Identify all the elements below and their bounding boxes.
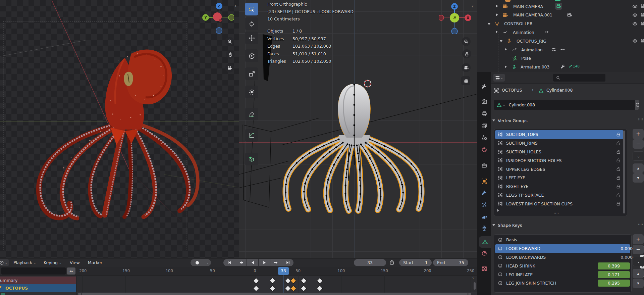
vertex-group-move-up-button[interactable]: ▲: [633, 163, 644, 173]
tab-world[interactable]: [477, 144, 491, 155]
vertex-group-row[interactable]: INSIDEOF SUCTION HOLES: [495, 156, 624, 165]
playhead-line[interactable]: [283, 275, 283, 293]
tab-object-data[interactable]: [479, 236, 491, 248]
shape-keys-panel-header[interactable]: Shape Keys: [492, 222, 522, 228]
editor-type-button[interactable]: ⌄: [0, 259, 9, 266]
viewport-render[interactable]: Z Y ‹: [0, 0, 239, 258]
next-keyframe-button[interactable]: [270, 259, 282, 266]
list-expand-icon[interactable]: [497, 209, 501, 212]
tab-particles[interactable]: [477, 199, 491, 210]
editor-type-button[interactable]: ⌄: [493, 74, 505, 82]
channel-octopus[interactable]: OCTOPUS: [0, 284, 76, 292]
tab-texture[interactable]: [477, 263, 491, 275]
expand-arrow-icon[interactable]: [496, 31, 498, 33]
timeline-key-area[interactable]: SummaryOCTOPUS: [0, 276, 477, 295]
list-resize-grip[interactable]: :::: ::::: [554, 212, 559, 215]
shape-key-row[interactable]: Basis: [495, 236, 630, 244]
grid-icon[interactable]: [461, 76, 470, 85]
shape-key-row[interactable]: LOOK FORWARD0.000: [495, 244, 630, 253]
shape-key-value[interactable]: 0.000: [596, 255, 633, 260]
shape-key-name[interactable]: LOOK FORWARD: [506, 246, 540, 251]
fit-range-button[interactable]: ↔: [67, 267, 75, 275]
vertex-group-name[interactable]: SUCTION_RIMS: [506, 141, 538, 146]
jump-end-button[interactable]: [282, 259, 293, 266]
channel-search-input[interactable]: [1, 267, 66, 275]
vertex-group-row[interactable]: RIGHT EYE: [495, 182, 624, 191]
collapse-icon[interactable]: ‹: [472, 275, 474, 280]
collapse-arrow-icon[interactable]: [488, 23, 490, 25]
gizmo-neg-y-axis[interactable]: [228, 14, 234, 20]
vertex-group-specials-dropdown[interactable]: ⌄: [633, 151, 644, 161]
vertex-group-row[interactable]: SUCTION_HOLES: [495, 148, 624, 156]
camera-view-icon[interactable]: [225, 63, 234, 72]
tab-render[interactable]: [477, 96, 491, 107]
shape-key-move-up-button[interactable]: ▲: [633, 269, 644, 278]
vertex-group-row[interactable]: LEFT EYE: [495, 174, 624, 182]
breadcrumb-data[interactable]: Cylinder.008: [546, 88, 573, 93]
breadcrumb-object[interactable]: OCTOPUS: [502, 88, 522, 93]
scale-tool[interactable]: [245, 67, 258, 80]
lock-open-icon[interactable]: [616, 175, 621, 180]
lock-open-icon[interactable]: [616, 184, 621, 189]
shape-key-row[interactable]: LOOK BACKWARDS0.000: [495, 253, 630, 262]
keyframe-diamond[interactable]: [301, 278, 307, 284]
shape-key-value[interactable]: 0.000: [596, 246, 633, 251]
horizontal-scrollbar[interactable]: [78, 293, 471, 295]
outliner-row-pose[interactable]: Pose: [477, 54, 644, 63]
frame-start-field[interactable]: Start 1: [399, 259, 432, 266]
lock-open-icon[interactable]: [616, 193, 621, 198]
shape-key-row[interactable]: LEG INFLATE0.171: [495, 270, 630, 279]
render-visibility-icon[interactable]: [640, 38, 644, 43]
transform-tool[interactable]: [245, 86, 258, 98]
tab-modifiers[interactable]: [477, 188, 491, 199]
sidebar-collapse-icon[interactable]: ‹: [234, 3, 236, 9]
rotate-tool[interactable]: [245, 49, 258, 62]
timeline-ruler[interactable]: ↔ -200-150-100-50050100150200250 33: [0, 267, 477, 276]
move-tool[interactable]: [245, 32, 258, 44]
tab-output[interactable]: [477, 108, 491, 119]
outliner-row-octopus-rig[interactable]: OCTOPUS_RIG: [477, 37, 644, 45]
vertical-scrollbar[interactable]: [474, 282, 476, 290]
eye-icon[interactable]: [632, 38, 638, 44]
tab-material[interactable]: [477, 248, 491, 259]
tab-view-layer[interactable]: [477, 120, 491, 132]
vertex-group-remove-button[interactable]: −: [633, 139, 644, 149]
frame-end-field[interactable]: End 75: [433, 259, 468, 266]
shape-key-row[interactable]: HEAD SHRINK0.399: [495, 261, 630, 270]
shape-key-name[interactable]: HEAD SHRINK: [506, 263, 535, 268]
shape-key-move-down-button[interactable]: ▼: [633, 279, 644, 288]
vertex-group-row[interactable]: LOWEST RIM OF SUCTION CUPS: [495, 199, 624, 208]
outliner-item-label[interactable]: Pose: [521, 56, 531, 61]
vertex-group-name[interactable]: SUCTION_HOLES: [506, 149, 541, 154]
outliner-item-label[interactable]: MAIN CAMERA.001: [513, 12, 552, 17]
keyframe-diamond[interactable]: [269, 285, 275, 291]
eye-icon[interactable]: [632, 4, 638, 9]
outliner-item-label[interactable]: CONTROLLER: [504, 21, 533, 26]
keyframe-diamond[interactable]: [269, 278, 275, 284]
outliner-item-label[interactable]: Armature.003: [521, 64, 550, 69]
keyframe-diamond[interactable]: [301, 285, 307, 291]
gizmo-neg-x-axis[interactable]: [439, 15, 444, 20]
outliner-row-controller[interactable]: CONTROLLER: [477, 19, 644, 28]
vertex-group-row[interactable]: SUCTION_RIMS: [495, 139, 624, 148]
measure-tool[interactable]: [245, 129, 258, 142]
lock-open-icon[interactable]: [616, 141, 621, 146]
keyframe-diamond-selected[interactable]: [290, 285, 296, 291]
expand-arrow-icon[interactable]: [505, 48, 507, 51]
shape-key-name[interactable]: LEG JOIN SKIN STRETCH: [506, 281, 556, 286]
tab-object[interactable]: [477, 176, 491, 187]
viewport-3d[interactable]: Front Orthographic (33) SETUP | OCTOPUS …: [239, 0, 478, 258]
menu-marker[interactable]: Marker: [88, 258, 102, 267]
outliner-row-main-camera[interactable]: MAIN CAMERA: [477, 2, 644, 11]
shape-key-specials-dropdown[interactable]: ⌄: [633, 257, 644, 266]
sidebar-collapse-icon[interactable]: ‹: [472, 3, 474, 9]
scrollbar[interactable]: [623, 131, 625, 213]
shape-key-add-button[interactable]: +: [633, 234, 644, 244]
search-input[interactable]: [553, 74, 605, 82]
playhead-badge[interactable]: 33: [278, 267, 289, 275]
vertex-group-name[interactable]: UPPER LEG EDGES: [506, 167, 545, 172]
channel-summary[interactable]: Summary: [0, 277, 76, 284]
hand-icon[interactable]: [462, 49, 471, 58]
auto-keying-record-button[interactable]: [191, 259, 204, 266]
tab-physics[interactable]: [477, 212, 491, 223]
